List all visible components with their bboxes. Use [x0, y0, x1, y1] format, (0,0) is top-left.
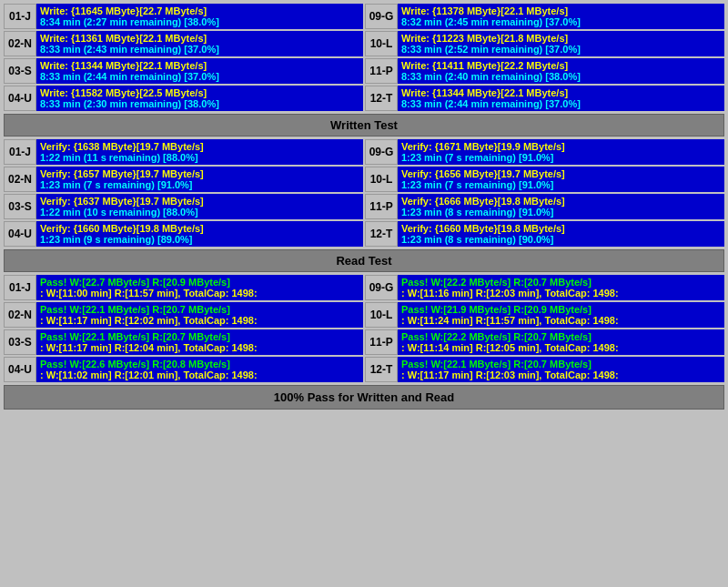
table-row: 03-S Write: {11344 MByte}[22.1 MByte/s] … — [4, 58, 724, 84]
left-label: 01-J — [4, 4, 36, 29]
left-label: 04-U — [4, 357, 36, 382]
left-label: 03-S — [4, 329, 36, 355]
left-data: Verify: {1660 MByte}[19.8 MByte/s] 1:23 … — [36, 221, 363, 247]
table-row: 04-U Verify: {1660 MByte}[19.8 MByte/s] … — [4, 221, 724, 247]
left-data: Verify: {1638 MByte}[19.7 MByte/s] 1:22 … — [36, 139, 363, 165]
write-rows: 01-J Write: {11645 MByte}[22.7 MByte/s] … — [4, 4, 724, 111]
right-half: 11-P Pass! W:[22.2 MByte/s] R:[20.7 MByt… — [365, 329, 724, 355]
right-half: 11-P Verify: {1666 MByte}[19.8 MByte/s] … — [365, 194, 724, 219]
right-label: 10-L — [365, 31, 398, 56]
right-data: Verify: {1660 MByte}[19.8 MByte/s] 1:23 … — [398, 221, 724, 247]
right-half: 09-G Write: {11378 MByte}[22.1 MByte/s] … — [365, 4, 724, 29]
left-half: 02-N Write: {11361 MByte}[22.1 MByte/s] … — [4, 31, 363, 56]
right-half: 09-G Verify: {1671 MByte}[19.9 MByte/s] … — [365, 139, 724, 165]
right-label: 09-G — [365, 275, 398, 300]
left-half: 03-S Verify: {1637 MByte}[19.7 MByte/s] … — [4, 194, 363, 219]
right-data: Write: {11223 MByte}[21.8 MByte/s] 8:33 … — [398, 31, 724, 56]
read-rows: 01-J Pass! W:[22.7 MByte/s] R:[20.9 MByt… — [4, 275, 724, 382]
right-half: 10-L Pass! W:[21.9 MByte/s] R:[20.9 MByt… — [365, 302, 724, 328]
right-data: Write: {11378 MByte}[22.1 MByte/s] 8:32 … — [398, 4, 724, 29]
verify-rows: 01-J Verify: {1638 MByte}[19.7 MByte/s] … — [4, 139, 724, 247]
right-label: 11-P — [365, 194, 398, 219]
right-data: Verify: {1656 MByte}[19.7 MByte/s] 1:23 … — [398, 167, 724, 192]
left-label: 03-S — [4, 194, 36, 219]
right-half: 12-T Write: {11344 MByte}[22.1 MByte/s] … — [365, 86, 724, 111]
read-test-header: Read Test — [4, 249, 724, 272]
left-label: 01-J — [4, 275, 36, 300]
left-data: Verify: {1657 MByte}[19.7 MByte/s] 1:23 … — [36, 167, 363, 192]
right-data: Pass! W:[21.9 MByte/s] R:[20.9 MByte/s] … — [398, 302, 724, 328]
left-data: Write: {11344 MByte}[22.1 MByte/s] 8:33 … — [36, 58, 363, 84]
left-label: 04-U — [4, 221, 36, 247]
left-label: 02-N — [4, 31, 36, 56]
table-row: 02-N Pass! W:[22.1 MByte/s] R:[20.7 MByt… — [4, 302, 724, 328]
left-data: Pass! W:[22.1 MByte/s] R:[20.7 MByte/s] … — [36, 302, 363, 328]
right-data: Write: {11344 MByte}[22.1 MByte/s] 8:33 … — [398, 86, 724, 111]
right-half: 11-P Write: {11411 MByte}[22.2 MByte/s] … — [365, 58, 724, 84]
table-row: 01-J Verify: {1638 MByte}[19.7 MByte/s] … — [4, 139, 724, 165]
right-label: 12-T — [365, 86, 398, 111]
table-row: 04-U Pass! W:[22.6 MByte/s] R:[20.8 MByt… — [4, 357, 724, 382]
table-row: 02-N Write: {11361 MByte}[22.1 MByte/s] … — [4, 31, 724, 56]
left-label: 02-N — [4, 302, 36, 328]
left-data: Write: {11361 MByte}[22.1 MByte/s] 8:33 … — [36, 31, 363, 56]
left-half: 03-S Pass! W:[22.1 MByte/s] R:[20.7 MByt… — [4, 329, 363, 355]
left-half: 02-N Pass! W:[22.1 MByte/s] R:[20.7 MByt… — [4, 302, 363, 328]
read-section: 01-J Pass! W:[22.7 MByte/s] R:[20.9 MByt… — [4, 275, 724, 382]
left-half: 02-N Verify: {1657 MByte}[19.7 MByte/s] … — [4, 167, 363, 192]
left-half: 01-J Pass! W:[22.7 MByte/s] R:[20.9 MByt… — [4, 275, 363, 300]
left-half: 04-U Pass! W:[22.6 MByte/s] R:[20.8 MByt… — [4, 357, 363, 382]
left-label: 04-U — [4, 86, 36, 111]
right-half: 10-L Verify: {1656 MByte}[19.7 MByte/s] … — [365, 167, 724, 192]
left-data: Write: {11582 MByte}[22.5 MByte/s] 8:33 … — [36, 86, 363, 111]
written-test-header: Written Test — [4, 114, 724, 137]
right-data: Write: {11411 MByte}[22.2 MByte/s] 8:33 … — [398, 58, 724, 84]
left-half: 04-U Write: {11582 MByte}[22.5 MByte/s] … — [4, 86, 363, 111]
main-container: 01-J Write: {11645 MByte}[22.7 MByte/s] … — [0, 0, 728, 413]
table-row: 01-J Pass! W:[22.7 MByte/s] R:[20.9 MByt… — [4, 275, 724, 300]
right-label: 11-P — [365, 58, 398, 84]
left-data: Pass! W:[22.7 MByte/s] R:[20.9 MByte/s] … — [36, 275, 363, 300]
table-row: 03-S Verify: {1637 MByte}[19.7 MByte/s] … — [4, 194, 724, 219]
right-data: Verify: {1671 MByte}[19.9 MByte/s] 1:23 … — [398, 139, 724, 165]
table-row: 01-J Write: {11645 MByte}[22.7 MByte/s] … — [4, 4, 724, 29]
left-half: 03-S Write: {11344 MByte}[22.1 MByte/s] … — [4, 58, 363, 84]
right-label: 10-L — [365, 302, 398, 328]
right-half: 12-T Verify: {1660 MByte}[19.8 MByte/s] … — [365, 221, 724, 247]
right-half: 10-L Write: {11223 MByte}[21.8 MByte/s] … — [365, 31, 724, 56]
right-label: 12-T — [365, 221, 398, 247]
left-data: Pass! W:[22.1 MByte/s] R:[20.7 MByte/s] … — [36, 329, 363, 355]
right-data: Pass! W:[22.1 MByte/s] R:[20.7 MByte/s] … — [398, 357, 724, 382]
right-data: Pass! W:[22.2 MByte/s] R:[20.7 MByte/s] … — [398, 275, 724, 300]
left-half: 01-J Verify: {1638 MByte}[19.7 MByte/s] … — [4, 139, 363, 165]
right-half: 12-T Pass! W:[22.1 MByte/s] R:[20.7 MByt… — [365, 357, 724, 382]
right-label: 11-P — [365, 329, 398, 355]
verify-section: 01-J Verify: {1638 MByte}[19.7 MByte/s] … — [4, 139, 724, 272]
right-label: 09-G — [365, 4, 398, 29]
left-label: 03-S — [4, 58, 36, 84]
left-data: Write: {11645 MByte}[22.7 MByte/s] 8:34 … — [36, 4, 363, 29]
table-row: 03-S Pass! W:[22.1 MByte/s] R:[20.7 MByt… — [4, 329, 724, 355]
right-label: 09-G — [365, 139, 398, 165]
left-half: 04-U Verify: {1660 MByte}[19.8 MByte/s] … — [4, 221, 363, 247]
right-label: 10-L — [365, 167, 398, 192]
left-half: 01-J Write: {11645 MByte}[22.7 MByte/s] … — [4, 4, 363, 29]
table-row: 02-N Verify: {1657 MByte}[19.7 MByte/s] … — [4, 167, 724, 192]
right-data: Pass! W:[22.2 MByte/s] R:[20.7 MByte/s] … — [398, 329, 724, 355]
right-half: 09-G Pass! W:[22.2 MByte/s] R:[20.7 MByt… — [365, 275, 724, 300]
left-data: Verify: {1637 MByte}[19.7 MByte/s] 1:22 … — [36, 194, 363, 219]
right-data: Verify: {1666 MByte}[19.8 MByte/s] 1:23 … — [398, 194, 724, 219]
left-label: 01-J — [4, 139, 36, 165]
footer-status: 100% Pass for Written and Read — [4, 385, 724, 410]
left-label: 02-N — [4, 167, 36, 192]
table-row: 04-U Write: {11582 MByte}[22.5 MByte/s] … — [4, 86, 724, 111]
left-data: Pass! W:[22.6 MByte/s] R:[20.8 MByte/s] … — [36, 357, 363, 382]
right-label: 12-T — [365, 357, 398, 382]
write-section: 01-J Write: {11645 MByte}[22.7 MByte/s] … — [4, 4, 724, 137]
